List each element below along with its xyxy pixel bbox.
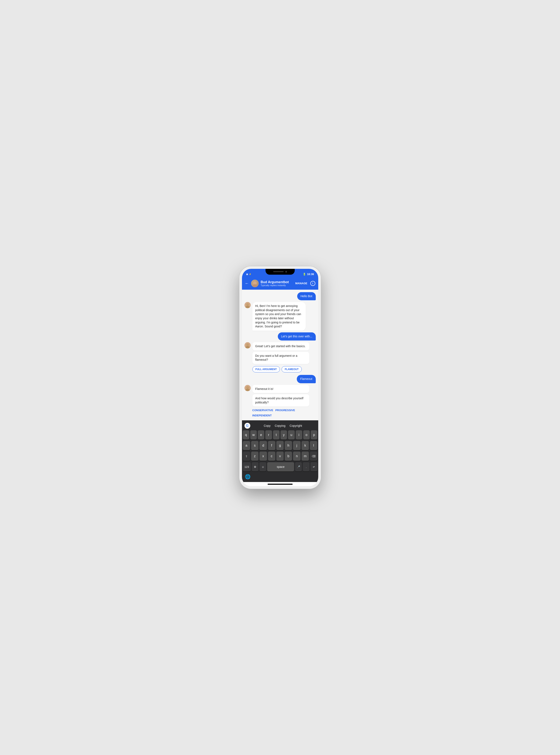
mic-key[interactable]: 🎤 <box>295 462 302 471</box>
key-n[interactable]: n <box>293 452 300 461</box>
key-x[interactable]: x <box>259 452 267 461</box>
bot-bubble-2: Do you want a full argument or a flameou… <box>253 352 309 364</box>
bot-bubble-3: Flameout it is! <box>253 385 309 393</box>
bot-bubble: Hi, Ben! I'm here to get annoying politi… <box>253 302 306 331</box>
info-button[interactable]: i <box>310 281 315 286</box>
camera <box>285 271 287 272</box>
user-bubble: Let's get this over with... <box>278 332 316 341</box>
key-k[interactable]: k <box>302 441 309 450</box>
keyboard-row-1: q w e r t y u i o p <box>243 430 317 440</box>
back-button[interactable]: ← <box>245 281 249 286</box>
keyboard-row-3: ⇧ z x c v b n m ⌫ <box>243 452 317 461</box>
key-g[interactable]: g <box>276 441 284 450</box>
bot-name: Bud Argumentbot <box>261 280 293 284</box>
bot-avatar <box>251 280 259 287</box>
key-t[interactable]: t <box>273 430 279 440</box>
wifi-icon: ⚡ <box>249 273 251 275</box>
message-3: Let's get this over with... <box>244 332 316 341</box>
user-bubble: Flameout <box>297 375 316 383</box>
key-v[interactable]: v <box>276 452 284 461</box>
phone-notch <box>265 269 295 275</box>
emoji-key[interactable]: ☺ <box>259 462 266 471</box>
status-left: ▣ ⚡ <box>246 273 251 275</box>
period-key[interactable]: . <box>303 462 309 471</box>
keyboard-row-2: a s d f g h j k l <box>243 441 317 450</box>
message-6: Flameout it is! And how would you descri… <box>244 385 316 418</box>
battery-icon: 🔋 <box>303 273 306 276</box>
key-a[interactable]: a <box>243 441 250 450</box>
phone-frame: ▣ ⚡ 🔋 16:36 ← Bud Argumentbot Typically … <box>239 266 321 489</box>
key-l[interactable]: l <box>310 441 317 450</box>
message-2: Hi, Ben! I'm here to get annoying politi… <box>244 302 316 331</box>
key-w[interactable]: w <box>250 430 257 440</box>
settings-key[interactable]: ⚙ <box>252 462 258 471</box>
google-logo: G <box>244 423 250 429</box>
phone-screen: ▣ ⚡ 🔋 16:36 ← Bud Argumentbot Typically … <box>242 269 318 486</box>
quick-replies-political: CONSERVATIVE PROGRESSIVE INDEPENDENT <box>253 408 309 418</box>
key-o[interactable]: o <box>303 430 310 440</box>
suggestions-row: Copy Copying Copyright <box>250 424 316 427</box>
key-y[interactable]: y <box>281 430 287 440</box>
shift-key[interactable]: ⇧ <box>243 452 250 461</box>
quick-reply-flameout[interactable]: FLAMEOUT <box>282 366 302 372</box>
key-s[interactable]: s <box>251 441 258 450</box>
bot-avatar-msg <box>244 385 251 391</box>
key-j[interactable]: j <box>293 441 300 450</box>
message-4: Great! Let's get started with the basics… <box>244 342 316 373</box>
info-icon: i <box>313 282 313 285</box>
backspace-key[interactable]: ⌫ <box>310 452 317 461</box>
key-i[interactable]: i <box>296 430 302 440</box>
keyboard-suggestions: G Copy Copying Copyright <box>243 422 317 430</box>
suggestion-copying[interactable]: Copying <box>275 424 285 427</box>
bot-status: Typically replies instantly <box>261 284 293 287</box>
suggestion-copy[interactable]: Copy <box>264 424 271 427</box>
quick-replies-argument: FULL ARGUMENT FLAMEOUT <box>253 365 309 373</box>
bot-avatar-msg <box>244 342 251 348</box>
keyboard-bottom: 🌐 <box>243 473 317 481</box>
quick-reply-progressive[interactable]: PROGRESSIVE <box>275 409 295 412</box>
bot-avatar-face <box>251 280 259 287</box>
keyboard-row-4: 123 ⚙ ☺ space 🎤 . ↵ <box>243 462 317 471</box>
speaker <box>273 271 284 272</box>
key-h[interactable]: h <box>285 441 292 450</box>
bot-info: Bud Argumentbot Typically replies instan… <box>261 280 293 287</box>
signal-icon: ▣ <box>246 273 248 275</box>
key-r[interactable]: r <box>265 430 272 440</box>
status-right: 🔋 16:36 <box>303 272 314 276</box>
key-d[interactable]: d <box>259 441 267 450</box>
message-1: Hello Bot <box>244 292 316 301</box>
quick-reply-conservative[interactable]: CONSERVATIVE <box>253 409 273 412</box>
globe-icon[interactable]: 🌐 <box>245 474 251 479</box>
bot-message-group-2: Flameout it is! And how would you descri… <box>253 385 309 418</box>
key-b[interactable]: b <box>285 452 292 461</box>
key-z[interactable]: z <box>251 452 258 461</box>
return-key[interactable]: ↵ <box>311 462 317 471</box>
message-5: Flameout <box>244 375 316 383</box>
quick-reply-independent[interactable]: INDEPENDENT <box>253 414 272 417</box>
space-key[interactable]: space <box>267 462 294 471</box>
home-bar <box>242 482 318 486</box>
bot-message-group: Great! Let's get started with the basics… <box>253 342 309 373</box>
numbers-key[interactable]: 123 <box>243 462 251 471</box>
suggestion-copyright[interactable]: Copyright <box>290 424 302 427</box>
key-f[interactable]: f <box>268 441 275 450</box>
key-q[interactable]: q <box>243 430 249 440</box>
key-u[interactable]: u <box>288 430 295 440</box>
bot-bubble-1: Great! Let's get started with the basics… <box>253 342 309 350</box>
key-c[interactable]: c <box>268 452 275 461</box>
manage-button[interactable]: MANAGE <box>295 282 307 285</box>
bot-avatar-msg <box>244 302 251 308</box>
home-indicator <box>267 484 293 485</box>
key-p[interactable]: p <box>311 430 317 440</box>
bot-bubble-4: And how would you describe yourself poli… <box>253 394 309 407</box>
key-e[interactable]: e <box>258 430 264 440</box>
key-m[interactable]: m <box>302 452 309 461</box>
status-time: 16:36 <box>307 272 314 276</box>
chat-area: Hello Bot Hi, Ben! I'm here to get annoy… <box>242 290 318 421</box>
user-bubble: Hello Bot <box>297 292 316 301</box>
header-actions: MANAGE i <box>295 281 315 286</box>
keyboard: G Copy Copying Copyright q w e r t y u i… <box>242 420 318 482</box>
chat-header: ← Bud Argumentbot Typically replies inst… <box>242 278 318 290</box>
quick-reply-full-argument[interactable]: FULL ARGUMENT <box>253 366 280 372</box>
